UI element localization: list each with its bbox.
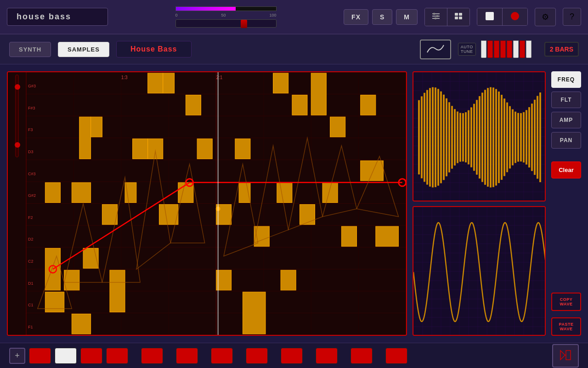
piano-key-4[interactable] <box>500 40 506 58</box>
piano-roll-canvas[interactable] <box>26 72 406 335</box>
volume-slider[interactable] <box>175 19 277 28</box>
piano-keys-display[interactable] <box>480 40 533 58</box>
seq-btn-4[interactable] <box>106 348 128 364</box>
record-pattern-button[interactable] <box>552 344 579 368</box>
help-button[interactable]: ? <box>563 8 581 26</box>
piano-key-8[interactable] <box>526 40 531 58</box>
mixer-group <box>424 8 470 26</box>
piano-roll-main[interactable] <box>26 72 406 335</box>
pitch-slider[interactable] <box>15 75 19 157</box>
piano-key-2[interactable] <box>487 40 493 58</box>
seq-btn-2[interactable] <box>55 348 77 364</box>
pitch-slider-thumb-bottom[interactable] <box>15 142 20 148</box>
seq-btn-3[interactable] <box>80 348 102 364</box>
freq-waveform-box[interactable]: + <box>413 71 546 201</box>
svg-rect-4 <box>436 15 438 17</box>
seq-btn-11[interactable] <box>351 348 373 364</box>
level-meter-section: 0 50 100 <box>115 6 337 28</box>
piano-key-3[interactable] <box>494 40 499 58</box>
stop-icon <box>486 12 494 20</box>
content-area: + + FREQ FLT AMP PAN Clear COPY WAVE PAS… <box>0 64 588 343</box>
sine-waveform-box[interactable]: + <box>413 206 546 336</box>
top-bar: house bass 0 50 100 FX S M <box>0 0 588 34</box>
s-button[interactable]: S <box>372 9 392 25</box>
grid-view-button[interactable] <box>447 8 469 26</box>
bottom-right <box>552 344 579 368</box>
piano-roll-left <box>8 72 26 335</box>
seq-btn-9[interactable] <box>281 348 303 364</box>
pitch-slider-thumb-top[interactable] <box>15 84 20 90</box>
svg-rect-8 <box>455 17 458 19</box>
freq-button[interactable]: FREQ <box>551 71 581 88</box>
m-button[interactable]: M <box>396 9 418 25</box>
sub-header: SYNTH SAMPLES House Bass AUTOTUNE 2 BARS <box>0 34 588 64</box>
copy-wave-button[interactable]: COPY WAVE <box>551 293 581 311</box>
mixer-sliders-button[interactable] <box>425 8 447 26</box>
seq-btn-8[interactable] <box>246 348 268 364</box>
pan-button[interactable]: PAN <box>551 132 581 149</box>
preset-name[interactable]: House Bass <box>116 41 192 58</box>
add-pattern-button[interactable]: + <box>9 348 25 364</box>
freq-canvas <box>413 72 546 201</box>
level-meter-bar <box>175 6 277 11</box>
seq-btn-5[interactable] <box>141 348 163 364</box>
samples-tab[interactable]: SAMPLES <box>58 42 109 57</box>
instrument-name[interactable]: house bass <box>7 8 108 26</box>
piano-key-1[interactable] <box>481 40 486 58</box>
piano-key-6[interactable] <box>513 40 519 58</box>
level-meter-fill <box>176 7 236 11</box>
seq-btn-6[interactable] <box>176 348 198 364</box>
svg-rect-9 <box>459 17 462 19</box>
curve-button[interactable] <box>420 40 451 59</box>
seq-btn-1[interactable] <box>29 348 51 364</box>
autotune-label: AUTOTUNE <box>458 43 476 56</box>
right-panel: FREQ FLT AMP PAN Clear COPY WAVE PASTE W… <box>551 71 581 336</box>
amp-button[interactable]: AMP <box>551 112 581 128</box>
fx-button[interactable]: FX <box>344 9 368 25</box>
record-icon <box>511 12 519 20</box>
transport-group <box>477 8 528 26</box>
svg-rect-6 <box>455 13 458 16</box>
settings-button[interactable]: ⚙ <box>535 8 556 26</box>
piano-key-5[interactable] <box>507 40 512 58</box>
volume-slider-thumb[interactable] <box>241 20 247 28</box>
seq-btn-12[interactable] <box>385 348 407 364</box>
seq-btn-10[interactable] <box>316 348 338 364</box>
bars-display[interactable]: 2 BARS <box>544 42 579 57</box>
paste-wave-button[interactable]: PASTE WAVE <box>551 317 581 336</box>
record-button[interactable] <box>503 8 527 25</box>
piano-roll-container[interactable] <box>7 71 407 336</box>
main-area: SYNTH SAMPLES House Bass AUTOTUNE 2 BARS <box>0 34 588 368</box>
level-scale: 0 50 100 <box>175 13 277 17</box>
autotune-piano-row: AUTOTUNE <box>458 40 533 58</box>
bottom-bar: + <box>0 343 588 368</box>
top-controls-group: FX S M <box>344 9 418 25</box>
synth-tab[interactable]: SYNTH <box>9 42 51 57</box>
waveform-section: + + <box>413 71 546 336</box>
clear-button[interactable]: Clear <box>551 161 581 178</box>
svg-rect-7 <box>459 13 462 16</box>
piano-key-7[interactable] <box>520 40 525 58</box>
flt-button[interactable]: FLT <box>551 92 581 108</box>
stop-button[interactable] <box>477 8 503 25</box>
sine-canvas <box>413 207 546 336</box>
svg-rect-5 <box>435 17 436 19</box>
seq-btn-7[interactable] <box>211 348 233 364</box>
piano-roll-section <box>7 71 407 336</box>
svg-rect-3 <box>433 13 435 15</box>
